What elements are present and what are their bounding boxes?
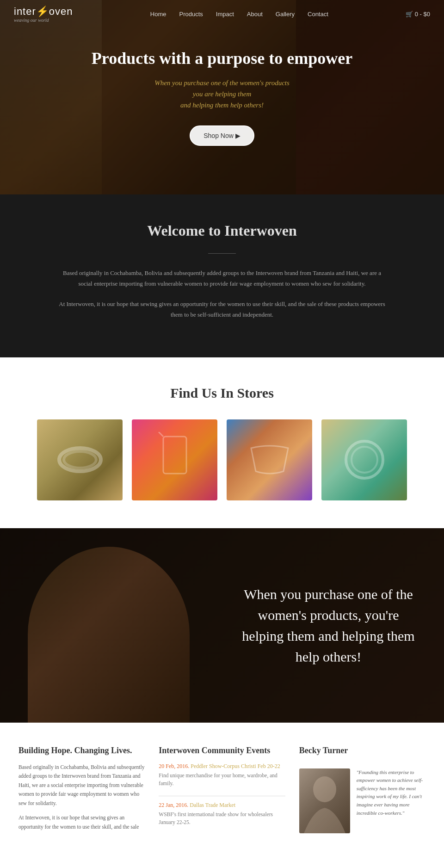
nav-products[interactable]: Products [179,11,203,18]
hero-title: Products with a purpose to empower [92,49,352,69]
events-column: Interwoven Community Events 20 Feb, 2016… [159,746,285,837]
product-image-4 [321,419,407,500]
hero-subtitle: When you purchase one of the women's pro… [92,77,352,111]
navigation: inter⚡oven weaving our world Home Produc… [0,0,444,28]
product-image-2 [132,419,217,500]
svg-point-1 [64,451,96,468]
person-silhouette [28,547,190,723]
testimonial-name: Becky Turner [299,746,426,756]
welcome-para1: Based originally in Cochabamba, Bolivia … [56,268,388,289]
cart-button[interactable]: 🛒 0 - $0 [406,11,430,18]
welcome-title: Welcome to Interwoven [37,222,407,239]
product-item-4[interactable] [321,419,407,500]
svg-line-3 [159,432,163,437]
shop-now-button[interactable]: Shop Now ▶ [190,125,254,146]
impact-text: When you purchase one of the women's pro… [213,565,444,686]
nav-about[interactable]: About [247,11,263,18]
bottom-section: Building Hope. Changing Lives. Based ori… [0,723,444,861]
logo[interactable]: inter⚡oven weaving our world [14,6,73,23]
event-1-link[interactable]: Peddler Show-Corpus Christi Feb 20-22 [191,763,280,769]
event-item-2: 22 Jan, 2016. Dallas Trade Market WSBF's… [159,802,285,827]
building-hope-column: Building Hope. Changing Lives. Based ori… [18,746,145,837]
nav-contact[interactable]: Contact [308,11,328,18]
testimonial-content: "Founding this enterprise to empower wom… [299,768,426,833]
stores-section: Find Us In Stores [0,357,444,528]
event-2-link[interactable]: Dallas Trade Market [190,802,235,808]
event-item-1: 20 Feb, 2016. Peddler Show-Corpus Christ… [159,763,285,788]
impact-quote: When you purchase one of the women's pro… [240,584,416,667]
product-item-2[interactable] [132,419,217,500]
hero-section: Products with a purpose to empower When … [0,0,444,194]
testimonial-quote: "Founding this enterprise to empower wom… [357,768,426,818]
welcome-divider [208,253,236,254]
product-image-3 [227,419,312,500]
building-hope-title: Building Hope. Changing Lives. [18,746,145,756]
product-image-1 [37,419,123,500]
svg-rect-2 [163,437,186,474]
building-hope-para2: At Interwoven, it is our hope that sewin… [18,813,145,831]
stores-title: Find Us In Stores [18,385,426,401]
hero-content: Products with a purpose to empower When … [55,49,389,145]
event-1-desc: Find unique merchandise for your home, w… [159,772,285,788]
logo-tagline: weaving our world [14,18,73,23]
nav-gallery[interactable]: Gallery [276,11,295,18]
event-2-date: 22 Jan, 2016. Dallas Trade Market [159,802,285,809]
product-item-1[interactable] [37,419,123,500]
event-1-date: 20 Feb, 2016. Peddler Show-Corpus Christ… [159,763,285,770]
events-title: Interwoven Community Events [159,746,285,756]
testimonial-column: Becky Turner "Founding this enterprise t… [299,746,426,837]
testimonial-image [299,768,350,833]
nav-home[interactable]: Home [150,11,166,18]
welcome-para2: At Interwoven, it is our hope that sewin… [56,299,388,320]
stores-grid [18,419,426,500]
svg-point-5 [352,447,377,473]
building-hope-para1: Based originally in Cochabamba, Bolivia … [18,763,145,808]
impact-section: When you purchase one of the women's pro… [0,528,444,723]
nav-impact[interactable]: Impact [216,11,234,18]
svg-point-6 [313,776,336,802]
welcome-section: Welcome to Interwoven Based originally i… [0,194,444,357]
event-2-desc: WSBF's first international trade show fo… [159,811,285,827]
event-divider [159,796,285,796]
nav-links: Home Products Impact About Gallery Conta… [150,10,328,18]
product-item-3[interactable] [227,419,312,500]
